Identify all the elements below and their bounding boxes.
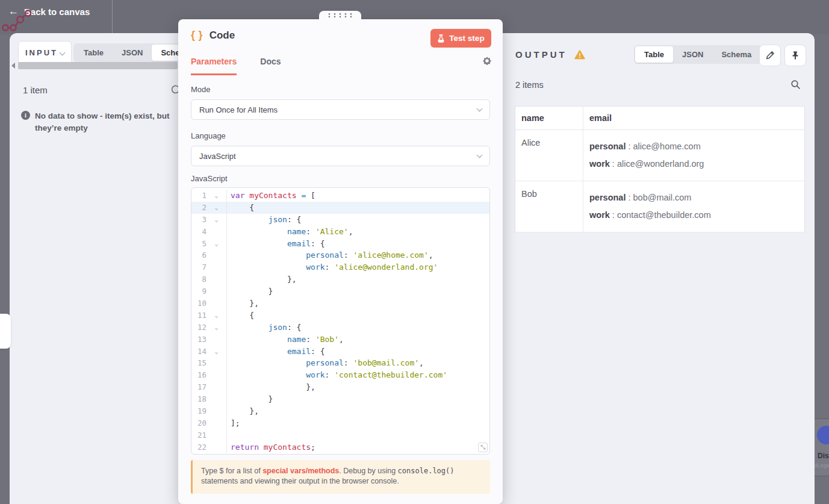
pin-data-button[interactable]	[784, 45, 806, 66]
code-hint-notice: Type $ for a list of special vars/method…	[191, 460, 490, 494]
warning-icon	[574, 50, 585, 60]
fold-chevron-icon[interactable]: ⌄	[206, 322, 227, 334]
output-tab-json[interactable]: JSON	[673, 46, 712, 63]
code-editor[interactable]: 1⌄var myContacts = [2⌄ {3⌄ json: {4 name…	[191, 187, 490, 455]
code-line[interactable]: 5⌄ email: {	[191, 238, 489, 250]
line-number: 18	[191, 393, 206, 405]
input-selector[interactable]: INPUT	[18, 41, 72, 64]
code-braces-icon: { }	[191, 29, 203, 42]
table-row[interactable]: Bobpersonal : bob@mail.comwork : contact…	[515, 181, 805, 232]
console-log-code: console.log()	[398, 467, 455, 475]
code-text	[227, 429, 231, 441]
code-line[interactable]: 17 },	[191, 381, 489, 393]
fold-chevron-icon[interactable]: ⌄	[206, 190, 227, 202]
line-number: 3	[191, 214, 206, 226]
code-text: ];	[227, 417, 240, 429]
code-line[interactable]: 9 }	[191, 285, 489, 297]
line-number: 8	[191, 273, 206, 285]
output-column-email[interactable]: email	[583, 107, 805, 130]
mode-select[interactable]: Run Once for All Items	[191, 99, 490, 120]
fold-chevron-icon[interactable]: ⌄	[206, 346, 227, 358]
code-text: json: {	[227, 214, 301, 226]
flask-icon	[437, 34, 445, 43]
code-line[interactable]: 18 }	[191, 393, 489, 405]
fold-chevron-icon[interactable]: ⌄	[206, 214, 227, 226]
tab-docs[interactable]: Docs	[260, 57, 281, 75]
fold-chevron-icon[interactable]: ⌄	[206, 310, 227, 322]
background-text-fragment: Dis	[818, 452, 829, 460]
code-line[interactable]: 19 },	[191, 405, 489, 417]
scroll-left-arrow-icon[interactable]	[11, 63, 15, 69]
modal-drag-handle[interactable]	[319, 11, 361, 20]
fold-gutter	[206, 249, 227, 261]
line-number: 2	[191, 202, 206, 214]
code-text: name: 'Bob',	[227, 334, 344, 346]
code-line[interactable]: 15 personal: 'bob@mail.com',	[191, 357, 489, 369]
fold-chevron-icon[interactable]: ⌄	[206, 202, 227, 214]
code-text: personal: 'alice@home.com',	[227, 249, 433, 261]
output-tab-schema[interactable]: Schema	[712, 46, 760, 63]
special-vars-link[interactable]: special vars/methods	[262, 467, 339, 475]
code-text: {	[227, 310, 254, 322]
code-line[interactable]: 22return myContacts;	[191, 441, 489, 453]
editor-resize-handle[interactable]: ⤡	[478, 443, 488, 452]
code-line[interactable]: 21	[191, 429, 489, 441]
cell-name: Bob	[515, 181, 583, 232]
code-text: json: {	[227, 322, 301, 334]
code-line[interactable]: 11⌄ {	[191, 310, 489, 322]
table-row[interactable]: Alicepersonal : alice@home.comwork : ali…	[515, 130, 805, 181]
output-tab-table[interactable]: Table	[635, 46, 673, 63]
code-line[interactable]: 4 name: 'Alice',	[191, 226, 489, 238]
edit-output-button[interactable]	[759, 45, 781, 66]
code-text: },	[227, 297, 259, 310]
left-panel-handle[interactable]	[0, 314, 11, 349]
mode-value: Run Once for All Items	[199, 105, 278, 114]
code-line[interactable]: 3⌄ json: {	[191, 214, 489, 226]
mode-label: Mode	[191, 85, 211, 94]
code-line[interactable]: 1⌄var myContacts = [	[191, 190, 489, 202]
line-number: 6	[191, 249, 206, 261]
code-line[interactable]: 10 },	[191, 297, 489, 310]
tab-parameters[interactable]: Parameters	[191, 57, 237, 75]
output-table-header-row: name email	[515, 107, 805, 130]
pencil-icon	[765, 51, 775, 60]
output-view-tabs: Table JSON Schema	[634, 45, 762, 64]
horizontal-scrollbar[interactable]	[18, 62, 178, 69]
test-step-button[interactable]: Test step	[430, 29, 491, 48]
code-text: }	[227, 393, 273, 405]
chevron-down-icon	[477, 152, 483, 158]
node-settings-gear-icon[interactable]	[482, 56, 492, 66]
output-table: name email Alicepersonal : alice@home.co…	[515, 106, 805, 232]
code-line[interactable]: 13 name: 'Bob',	[191, 334, 489, 346]
code-text: personal: 'bob@mail.com',	[227, 357, 424, 369]
input-empty-notice: i No data to show - item(s) exist, but t…	[21, 110, 179, 135]
code-line[interactable]: 12⌄ json: {	[191, 322, 489, 334]
output-column-name[interactable]: name	[515, 107, 583, 130]
code-line[interactable]: 7 work: 'alice@wonderland.org'	[191, 261, 489, 273]
input-empty-message: No data to show - item(s) exist, but the…	[35, 110, 179, 135]
fold-gutter	[206, 429, 227, 441]
code-line[interactable]: 2⌄ {	[191, 202, 489, 214]
code-line[interactable]: 14⌄ email: {	[191, 346, 489, 358]
output-panel-title: OUTPUT	[515, 49, 567, 60]
line-number: 22	[191, 441, 206, 453]
input-tab-table[interactable]: Table	[75, 45, 113, 61]
line-number: 4	[191, 226, 206, 238]
search-icon[interactable]	[790, 79, 801, 90]
code-text: },	[227, 405, 259, 417]
code-editor-label: JavaScript	[191, 174, 228, 183]
code-line[interactable]: 20];	[191, 417, 489, 429]
code-line[interactable]: 8 },	[191, 273, 489, 285]
fold-chevron-icon[interactable]: ⌄	[206, 238, 227, 250]
code-line[interactable]: 6 personal: 'alice@home.com',	[191, 249, 489, 261]
line-number: 12	[191, 322, 206, 334]
line-number: 20	[191, 417, 206, 429]
fold-gutter	[206, 334, 227, 346]
modal-tabs: Parameters Docs	[191, 57, 281, 75]
back-to-canvas-label: Back to canvas	[24, 7, 90, 17]
language-label: Language	[191, 131, 226, 140]
input-tab-json[interactable]: JSON	[113, 45, 152, 61]
code-line[interactable]: 16 work: 'contact@thebuilder.com'	[191, 369, 489, 381]
line-number: 9	[191, 285, 206, 297]
language-select[interactable]: JavaScript	[191, 146, 490, 166]
